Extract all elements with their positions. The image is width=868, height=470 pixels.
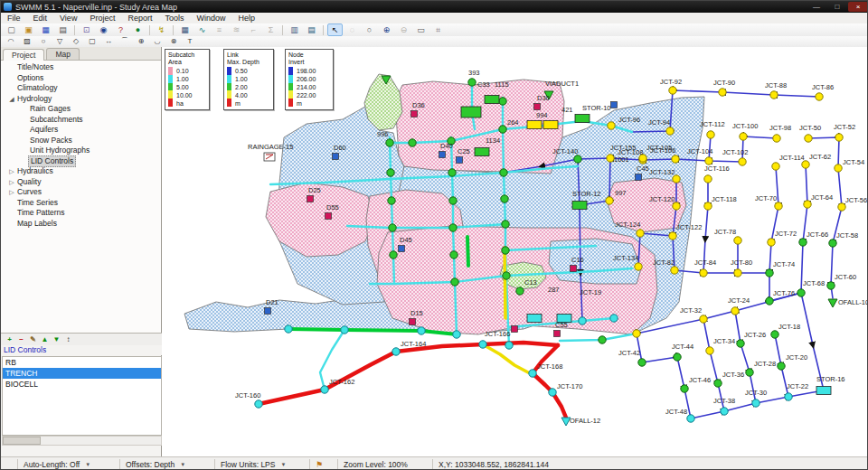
- rain-gage-node[interactable]: [264, 153, 275, 161]
- junction-node[interactable]: [835, 164, 842, 172]
- add-pump-button[interactable]: ⌒: [118, 36, 132, 47]
- tree-item-options[interactable]: Options: [1, 73, 161, 84]
- study-area-map[interactable]: JCT-92JCT-90JCT-88JCT-86JCT-94JCT-96JCT-…: [162, 47, 868, 456]
- storage-node[interactable]: [543, 121, 558, 129]
- junction-node[interactable]: [608, 122, 615, 129]
- junction-node[interactable]: [503, 272, 510, 279]
- lid-item-trench[interactable]: TRENCH: [3, 368, 161, 379]
- junction-node[interactable]: [389, 224, 396, 231]
- junction-node[interactable]: [505, 342, 513, 349]
- tree-expander[interactable]: ◢: [8, 94, 15, 105]
- subcatchment-centroid-marker[interactable]: [410, 319, 416, 325]
- legend-node[interactable]: Node Invert198.00206.00214.00222.00m: [285, 49, 334, 110]
- run-simulation-button[interactable]: ↯: [154, 24, 169, 36]
- add-divider-button[interactable]: ◇: [69, 36, 83, 47]
- junction-node[interactable]: [734, 269, 741, 277]
- junction-node[interactable]: [731, 307, 739, 315]
- junction-node[interactable]: [706, 347, 713, 354]
- junction-node[interactable]: [341, 326, 348, 334]
- junction-node[interactable]: [771, 331, 778, 338]
- minimize-button[interactable]: —: [807, 2, 826, 12]
- lid-item-rb[interactable]: RB: [3, 357, 161, 368]
- junction-node[interactable]: [737, 340, 744, 347]
- junction-node[interactable]: [707, 131, 714, 138]
- junction-node[interactable]: [635, 263, 642, 270]
- title-bar[interactable]: SWMM 5.1 - Naperville.inp - Study Area M…: [1, 1, 868, 13]
- tree-item-title-notes[interactable]: Title/Notes: [1, 62, 161, 73]
- globe-run-button[interactable]: ●: [130, 24, 146, 36]
- menu-help[interactable]: Help: [231, 13, 261, 24]
- junction-node[interactable]: [610, 315, 618, 322]
- junction-node[interactable]: [285, 325, 292, 333]
- menu-project[interactable]: Project: [83, 13, 121, 24]
- junction-node[interactable]: [829, 240, 836, 247]
- junction-node[interactable]: [666, 127, 674, 135]
- junction-node[interactable]: [574, 155, 581, 163]
- menu-tools[interactable]: Tools: [158, 13, 190, 24]
- junction-node[interactable]: [255, 400, 262, 408]
- tree-expander[interactable]: ▷: [8, 166, 15, 177]
- storage-node[interactable]: [527, 121, 542, 129]
- tree-expander[interactable]: ▷: [8, 187, 15, 198]
- legend-link[interactable]: Link Max. Depth0.501.002.004.00m: [223, 49, 274, 110]
- junction-node[interactable]: [768, 239, 775, 246]
- tree-expander[interactable]: ▷: [8, 177, 15, 188]
- add-raingage-button[interactable]: ◠: [4, 36, 18, 47]
- print-button[interactable]: ▤: [55, 24, 71, 36]
- save-file-button[interactable]: ▦: [38, 24, 53, 36]
- junction-node[interactable]: [719, 89, 726, 96]
- menu-window[interactable]: Window: [190, 13, 231, 24]
- junction-node[interactable]: [499, 98, 506, 105]
- junction-node[interactable]: [721, 408, 728, 415]
- junction-node[interactable]: [502, 247, 509, 254]
- subcatchment-centroid-marker[interactable]: [571, 266, 577, 272]
- conduit-link-yellow[interactable]: [483, 344, 528, 372]
- conduit-link-red[interactable]: [533, 345, 566, 418]
- conduit-link-yellow[interactable]: [505, 248, 505, 318]
- table-button[interactable]: ▦: [177, 24, 193, 36]
- junction-node[interactable]: [579, 317, 586, 324]
- junction-node[interactable]: [448, 169, 456, 176]
- junction-node[interactable]: [746, 369, 753, 376]
- menu-edit[interactable]: Edit: [27, 13, 54, 24]
- junction-node[interactable]: [638, 359, 646, 366]
- subcatchment-centroid-marker[interactable]: [307, 196, 314, 202]
- junction-node[interactable]: [669, 87, 676, 94]
- open-file-button[interactable]: ▣: [21, 24, 36, 36]
- junction-node[interactable]: [766, 297, 773, 305]
- junction-node[interactable]: [390, 251, 397, 258]
- junction-node[interactable]: [700, 269, 707, 277]
- junction-node[interactable]: [633, 330, 640, 337]
- subcatchment-centroid-marker[interactable]: [457, 157, 463, 164]
- copy-button[interactable]: ⊡: [79, 24, 94, 36]
- storage-node[interactable]: [527, 315, 542, 323]
- add-label-button[interactable]: T: [183, 36, 197, 47]
- add-storage-button[interactable]: ▢: [85, 36, 99, 47]
- new-file-button[interactable]: ▢: [4, 24, 19, 36]
- tree-item-time-series[interactable]: Time Series: [1, 198, 161, 209]
- tree-item-quality[interactable]: ▷Quality: [1, 177, 161, 188]
- junction-node[interactable]: [451, 278, 458, 286]
- lid-move-down-button[interactable]: ▼: [51, 334, 62, 344]
- junction-node[interactable]: [607, 155, 614, 162]
- junction-node[interactable]: [418, 327, 425, 334]
- junction-node[interactable]: [672, 155, 679, 163]
- junction-node[interactable]: [740, 133, 747, 140]
- add-outfall-button[interactable]: ▽: [52, 36, 67, 47]
- junction-node[interactable]: [816, 93, 823, 100]
- junction-node[interactable]: [500, 169, 507, 176]
- junction-node[interactable]: [386, 139, 393, 146]
- junction-node[interactable]: [734, 237, 741, 244]
- add-orifice-button[interactable]: ⊕: [134, 36, 148, 47]
- conduit-link-green[interactable]: [467, 237, 468, 266]
- tree-item-snow-packs[interactable]: Snow Packs: [1, 136, 161, 146]
- junction-node[interactable]: [549, 389, 556, 396]
- junction-node[interactable]: [606, 197, 613, 204]
- subcatchment-polygon[interactable]: [364, 74, 402, 130]
- junction-node[interactable]: [681, 385, 688, 392]
- junction-node[interactable]: [392, 348, 400, 355]
- junction-node[interactable]: [671, 267, 678, 274]
- offsets-selector[interactable]: Offsets: Depth▼: [120, 459, 215, 470]
- tab-map[interactable]: Map: [46, 48, 80, 60]
- junction-node[interactable]: [687, 415, 694, 422]
